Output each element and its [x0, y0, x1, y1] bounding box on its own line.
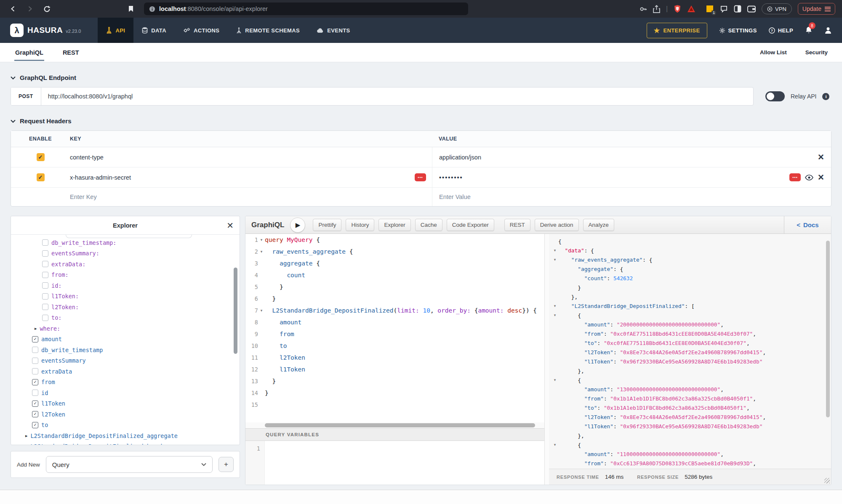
- tab-graphiql[interactable]: GraphiQL: [14, 44, 44, 61]
- explorer-item-to[interactable]: ✓to: [25, 420, 240, 431]
- explorer-close-icon[interactable]: ✕: [226, 220, 234, 231]
- field-checkbox[interactable]: ✓: [32, 336, 38, 342]
- request-headers-section-header[interactable]: Request Headers: [11, 117, 831, 125]
- explorer-item-l1token[interactable]: ✓l1Token: [25, 398, 240, 409]
- help-button[interactable]: ? HELP: [769, 27, 793, 34]
- query-variables-editor[interactable]: 1: [245, 441, 544, 485]
- field-checkbox[interactable]: [32, 390, 38, 396]
- field-checkbox[interactable]: [32, 347, 38, 353]
- allow-list-link[interactable]: Allow List: [760, 49, 787, 56]
- settings-button[interactable]: SETTINGS: [719, 27, 757, 34]
- remove-header-icon[interactable]: ✕: [818, 173, 824, 181]
- explorer-item-amount[interactable]: ✓amount: [25, 334, 240, 345]
- fold-arrow-icon[interactable]: ▾: [552, 304, 558, 308]
- remove-header-icon[interactable]: ✕: [818, 153, 824, 161]
- field-checkbox[interactable]: [42, 272, 48, 278]
- pane-divider[interactable]: [545, 234, 549, 485]
- vpn-button[interactable]: VPN: [762, 3, 792, 14]
- enable-checkbox[interactable]: ✓: [37, 173, 45, 181]
- explorer-item-to[interactable]: to:: [25, 313, 240, 324]
- field-checkbox[interactable]: [42, 250, 48, 257]
- password-key-icon[interactable]: [639, 5, 647, 13]
- explorer-item-where[interactable]: ▶where:: [25, 323, 240, 334]
- header-key[interactable]: x-hasura-admin-secret: [70, 174, 131, 181]
- resize-handle[interactable]: [824, 478, 830, 483]
- endpoint-url-input[interactable]: POST http://localhost:8080/v1/graphql: [11, 87, 754, 106]
- explorer-item-eventssummary[interactable]: eventsSummary:: [25, 248, 240, 259]
- field-checkbox[interactable]: ✓: [32, 411, 38, 417]
- relay-info-icon[interactable]: i: [822, 93, 829, 100]
- nav-item-api[interactable]: API: [98, 18, 133, 43]
- fold-arrow-icon[interactable]: ▾: [258, 308, 265, 313]
- explorer-item-db_write_timestamp[interactable]: db_write_timestamp: [25, 345, 240, 355]
- toolbar-button-rest[interactable]: REST: [504, 219, 530, 231]
- field-checkbox[interactable]: ✓: [32, 379, 38, 385]
- explorer-item-id[interactable]: id:: [25, 280, 240, 291]
- fold-arrow-icon[interactable]: ▾: [552, 443, 558, 447]
- explorer-item-l2token[interactable]: l2Token:: [25, 302, 240, 313]
- fold-arrow-icon[interactable]: ▾: [552, 248, 558, 252]
- enable-checkbox[interactable]: ✓: [37, 153, 45, 161]
- nav-item-actions[interactable]: ACTIONS: [175, 18, 228, 43]
- dark-mode-extension-icon[interactable]: [734, 5, 741, 13]
- field-checkbox[interactable]: [32, 368, 38, 374]
- nav-item-remote-schemas[interactable]: REMOTE SCHEMAS: [228, 18, 308, 43]
- explorer-item-extradata[interactable]: extraData:: [25, 259, 240, 270]
- bookmark-icon[interactable]: [125, 3, 137, 15]
- toolbar-button-code-exporter[interactable]: Code Exporter: [447, 219, 494, 231]
- explorer-scrollbar[interactable]: [234, 268, 237, 354]
- response-scrollbar[interactable]: [826, 241, 830, 417]
- explorer-item-from[interactable]: ✓from: [25, 377, 240, 388]
- explorer-item-l1token[interactable]: l1Token:: [25, 291, 240, 302]
- enterprise-button[interactable]: ★ ENTERPRISE: [647, 23, 707, 38]
- secret-pill-icon[interactable]: •••: [415, 173, 426, 181]
- editor-horizontal-scrollbar[interactable]: [245, 422, 544, 428]
- browser-update-button[interactable]: Update: [798, 3, 835, 15]
- toolbar-button-analyze[interactable]: Analyze: [583, 219, 614, 231]
- explorer-item-l2standardbridge_depositfinalized_aggregate[interactable]: ▶L2StandardBridge_DepositFinalized_aggre…: [25, 430, 240, 441]
- header-value[interactable]: application/json: [439, 154, 481, 161]
- execute-query-button[interactable]: ▶: [290, 218, 305, 233]
- field-checkbox[interactable]: [42, 261, 48, 267]
- explorer-item-db_write_timestamp[interactable]: db_write_timestamp:: [25, 237, 240, 248]
- secret-pill-icon[interactable]: •••: [789, 173, 801, 181]
- operation-type-select[interactable]: Query: [46, 456, 213, 473]
- new-header-key-input[interactable]: [70, 194, 396, 200]
- toolbar-button-history[interactable]: History: [346, 219, 374, 231]
- hasura-logo[interactable]: λ: [10, 24, 24, 37]
- query-editor[interactable]: 1▾query MyQuery {2▾ raw_events_aggregate…: [245, 234, 544, 422]
- add-operation-button[interactable]: +: [218, 457, 234, 472]
- security-link[interactable]: Security: [805, 49, 828, 56]
- explorer-item-l2token[interactable]: ✓l2Token: [25, 409, 240, 420]
- share-icon[interactable]: [653, 5, 660, 13]
- warning-triangle-icon[interactable]: [687, 5, 695, 13]
- notes-extension-icon[interactable]: 1: [706, 5, 714, 13]
- browser-reload-button[interactable]: [40, 3, 53, 15]
- nav-item-events[interactable]: EVENTS: [308, 18, 358, 43]
- toolbar-button-cache[interactable]: Cache: [415, 219, 442, 231]
- toolbar-button-explorer[interactable]: Explorer: [378, 219, 410, 231]
- browser-forward-button[interactable]: [24, 3, 36, 15]
- header-key[interactable]: content-type: [70, 154, 104, 161]
- field-checkbox[interactable]: [42, 282, 48, 289]
- explorer-item-from[interactable]: from:: [25, 270, 240, 281]
- field-checkbox[interactable]: [42, 239, 48, 246]
- fold-arrow-icon[interactable]: ▾: [258, 238, 265, 242]
- tab-rest[interactable]: REST: [62, 44, 80, 61]
- field-checkbox[interactable]: [42, 293, 48, 300]
- explorer-item-eventssummary[interactable]: eventsSummary: [25, 355, 240, 366]
- user-icon[interactable]: [824, 27, 832, 34]
- fold-arrow-icon[interactable]: ▾: [552, 378, 558, 382]
- fold-arrow-icon[interactable]: ▾: [258, 249, 265, 254]
- field-checkbox[interactable]: ✓: [32, 422, 38, 428]
- explorer-item-extradata[interactable]: extraData: [25, 366, 240, 377]
- field-checkbox[interactable]: [32, 358, 38, 364]
- brave-shield-icon[interactable]: [674, 5, 681, 13]
- new-header-value-input[interactable]: [439, 194, 786, 200]
- toolbar-button-derive-action[interactable]: Derive action: [535, 219, 579, 231]
- header-value-masked[interactable]: ••••••••: [439, 174, 463, 181]
- field-checkbox[interactable]: ✓: [32, 401, 38, 407]
- graphql-endpoint-section-header[interactable]: GraphQL Endpoint: [11, 74, 831, 81]
- reveal-eye-icon[interactable]: [805, 175, 813, 180]
- chat-extension-icon[interactable]: [720, 5, 728, 13]
